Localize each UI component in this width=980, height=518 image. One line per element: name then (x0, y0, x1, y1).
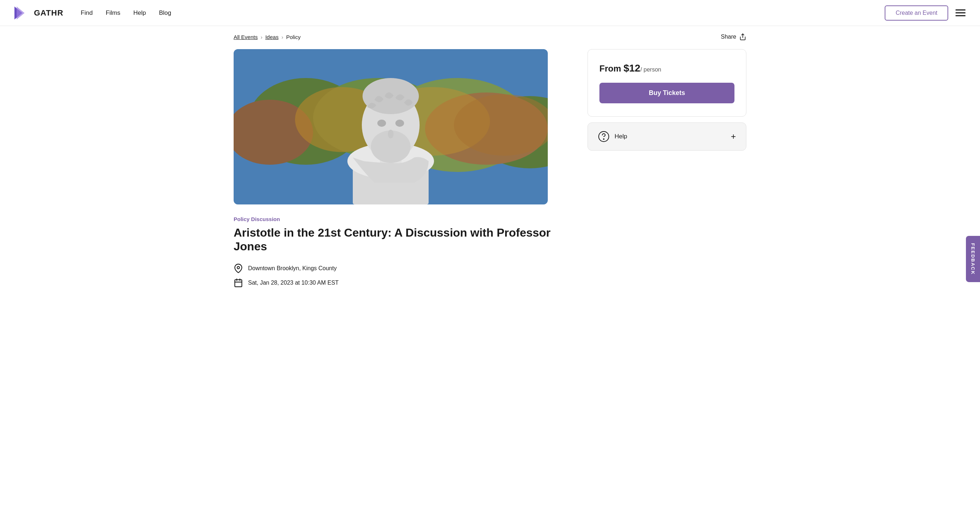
nav-blog[interactable]: Blog (159, 10, 171, 16)
svg-marker-1 (17, 6, 25, 19)
location-icon (234, 264, 243, 273)
logo-text: GATHR (34, 8, 64, 18)
event-category: Policy Discussion (234, 216, 573, 222)
help-left: Help (598, 131, 627, 142)
logo-icon (14, 6, 30, 19)
from-label: From (600, 64, 624, 73)
share-button[interactable]: Share (721, 33, 746, 40)
breadcrumb-policy: Policy (286, 34, 301, 40)
breadcrumb-row: All Events › Ideas › Policy Share (234, 33, 746, 40)
breadcrumb-sep-2: › (281, 34, 283, 40)
nav-help[interactable]: Help (133, 10, 146, 16)
date-text: Sat, Jan 28, 2023 at 10:30 AM EST (248, 280, 339, 286)
share-icon (739, 33, 746, 40)
breadcrumb: All Events › Ideas › Policy (234, 34, 301, 40)
price-amount: $12 (624, 62, 641, 74)
buy-tickets-button[interactable]: Buy Tickets (600, 83, 735, 103)
event-left: Policy Discussion Aristotle in the 21st … (234, 49, 573, 287)
svg-point-21 (388, 130, 394, 139)
event-meta: Downtown Brooklyn, Kings County Sat, Jan… (234, 264, 573, 287)
location-text: Downtown Brooklyn, Kings County (248, 265, 337, 272)
event-layout: Policy Discussion Aristotle in the 21st … (234, 49, 746, 287)
event-hero-image (234, 49, 548, 204)
svg-point-28 (603, 139, 604, 139)
svg-point-19 (377, 120, 386, 127)
event-location: Downtown Brooklyn, Kings County (234, 264, 573, 273)
nav-films[interactable]: Films (106, 10, 121, 16)
create-event-button[interactable]: Create an Event (885, 5, 948, 21)
ticket-card: From $12/ person Buy Tickets (587, 49, 746, 117)
breadcrumb-sep-1: › (261, 34, 262, 40)
event-image (234, 49, 548, 204)
nav-find[interactable]: Find (81, 10, 93, 16)
main-content: All Events › Ideas › Policy Share (219, 26, 761, 309)
calendar-icon (234, 278, 243, 287)
breadcrumb-ideas[interactable]: Ideas (266, 34, 279, 40)
hamburger-icon[interactable] (955, 10, 966, 16)
help-icon (598, 131, 609, 142)
navbar: GATHR Find Films Help Blog Create an Eve… (0, 0, 980, 26)
svg-rect-23 (235, 280, 242, 287)
feedback-tab[interactable]: FEEDBACK (966, 236, 980, 282)
navbar-right: Create an Event (885, 5, 966, 21)
help-label: Help (614, 133, 627, 140)
event-date: Sat, Jan 28, 2023 at 10:30 AM EST (234, 278, 573, 287)
price-per-person: / person (640, 67, 661, 73)
breadcrumb-all-events[interactable]: All Events (234, 34, 258, 40)
navbar-left: GATHR Find Films Help Blog (14, 6, 171, 19)
price-display: From $12/ person (600, 62, 735, 74)
help-expand-icon[interactable]: + (731, 131, 736, 142)
event-right: From $12/ person Buy Tickets Help + (587, 49, 746, 151)
svg-point-22 (237, 266, 240, 269)
help-card[interactable]: Help + (587, 123, 746, 151)
nav-links: Find Films Help Blog (81, 10, 172, 17)
logo[interactable]: GATHR (14, 6, 64, 19)
share-label: Share (721, 33, 736, 40)
svg-point-20 (395, 120, 404, 127)
event-title: Aristotle in the 21st Century: A Discuss… (234, 226, 573, 253)
